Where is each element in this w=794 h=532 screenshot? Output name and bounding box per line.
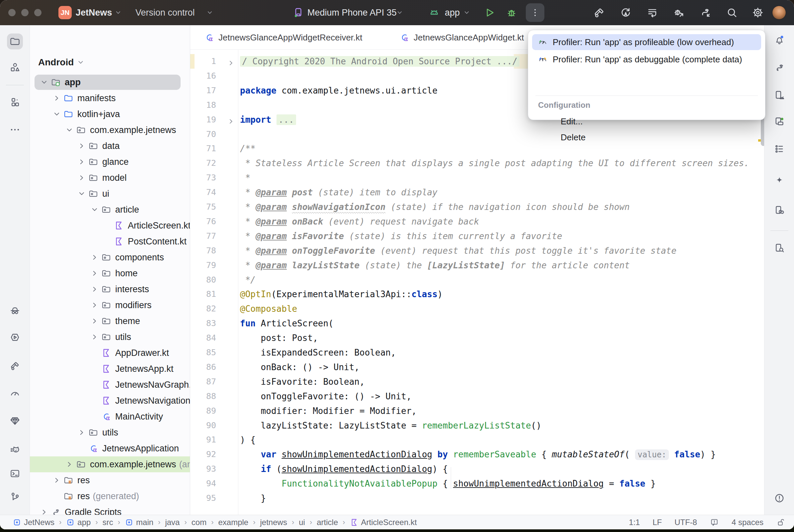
run-list-icon[interactable] xyxy=(646,6,659,19)
chevron-down-icon[interactable] xyxy=(65,126,74,135)
tree-row-mainactivity[interactable]: MainActivity xyxy=(30,408,190,424)
file-encoding[interactable]: UTF-8 xyxy=(675,518,697,527)
gradle-icon[interactable] xyxy=(772,60,787,76)
device-selector[interactable]: Medium Phone API 35 xyxy=(307,0,397,25)
tree-row-gradle-scripts[interactable]: Gradle Scripts xyxy=(30,504,190,515)
minimize-window-button[interactable] xyxy=(21,9,29,16)
chevron-right-icon[interactable] xyxy=(52,94,61,103)
breadcrumb-item-ui[interactable]: ui xyxy=(299,518,305,527)
chevron-down-icon[interactable] xyxy=(52,110,61,119)
tree-row-utils[interactable]: utils xyxy=(30,329,190,345)
tree-row-articlescreen-kt[interactable]: ArticleScreen.kt xyxy=(30,217,190,233)
tree-row-com-example-jetnews[interactable]: com.example.jetnews(androidTest) xyxy=(30,456,190,472)
editor-tab[interactable]: JetnewsGlanceAppWidget.kt xyxy=(399,25,524,50)
tree-row-jetnewsnavigationactions-kt[interactable]: JetnewsNavigationActions.kt xyxy=(30,393,190,408)
tree-row-com-example-jetnews[interactable]: com.example.jetnews xyxy=(30,122,190,138)
tree-row-ui[interactable]: ui xyxy=(30,186,190,202)
tree-row-components[interactable]: components xyxy=(30,249,190,265)
lock-open-icon[interactable] xyxy=(776,518,786,527)
fold-arrow-icon[interactable] xyxy=(227,57,235,66)
tree-row-article[interactable]: article xyxy=(30,202,190,217)
breadcrumb-item-articlescreen-kt[interactable]: ArticleScreen.kt xyxy=(350,518,417,527)
breadcrumb-item-src[interactable]: src xyxy=(103,518,113,527)
breadcrumb-item-example[interactable]: example xyxy=(218,518,248,527)
tree-row-manifests[interactable]: manifests xyxy=(30,90,190,106)
project-view-selector[interactable]: Android xyxy=(38,57,85,68)
chevron-down-icon[interactable] xyxy=(77,189,86,198)
device-link-icon[interactable] xyxy=(772,202,787,218)
tree-row-modifiers[interactable]: modifiers xyxy=(30,297,190,313)
menu-item-profiler-1[interactable]: Profiler: Run 'app' as debuggable (compl… xyxy=(532,52,761,67)
attach-debugger-icon[interactable] xyxy=(672,6,685,19)
more-tools-icon[interactable] xyxy=(7,122,23,138)
chevron-right-icon[interactable] xyxy=(65,460,74,469)
chevron-right-icon[interactable] xyxy=(77,157,86,167)
resource-manager-icon[interactable] xyxy=(7,59,23,75)
terminal-icon[interactable] xyxy=(7,466,23,481)
menu-item-profiler-0[interactable]: Profiler: Run 'app' as profileable (low … xyxy=(532,34,761,50)
more-run-options-button[interactable] xyxy=(526,3,544,22)
structure-icon[interactable] xyxy=(7,94,23,110)
editor-tab[interactable]: JetnewsGlanceAppWidgetReceiver.kt xyxy=(204,25,363,50)
tree-row-app[interactable]: app xyxy=(30,74,190,90)
chevron-right-icon[interactable] xyxy=(39,508,49,515)
tree-row-appdrawer-kt[interactable]: AppDrawer.kt xyxy=(30,345,190,361)
breadcrumb-item-com[interactable]: com xyxy=(191,518,206,527)
gradle-sync-icon[interactable] xyxy=(698,6,712,20)
chevron-right-icon[interactable] xyxy=(90,301,99,310)
menu-item-edit[interactable]: Edit... xyxy=(561,116,583,128)
inspection-warning-icon[interactable] xyxy=(710,518,719,527)
chevron-right-icon[interactable] xyxy=(77,428,86,437)
tree-row-res[interactable]: res xyxy=(30,472,190,488)
notifications-bell-icon[interactable] xyxy=(772,32,787,48)
tree-row-data[interactable]: data xyxy=(30,138,190,154)
tree-row-utils[interactable]: utils xyxy=(30,424,190,440)
zoom-window-button[interactable] xyxy=(34,9,41,16)
chevron-right-icon[interactable] xyxy=(90,332,99,342)
tree-row-postcontent-kt[interactable]: PostContent.kt xyxy=(30,233,190,249)
build-hammer-icon[interactable] xyxy=(7,358,23,374)
chevron-down-icon[interactable] xyxy=(90,205,99,214)
debug-button[interactable] xyxy=(505,6,518,19)
chevron-down-icon[interactable] xyxy=(39,78,49,87)
tree-row-home[interactable]: home xyxy=(30,265,190,281)
chevron-right-icon[interactable] xyxy=(90,285,99,294)
settings-gear-icon[interactable] xyxy=(752,6,764,19)
avatar[interactable] xyxy=(772,6,786,20)
profiler-gauge-icon[interactable] xyxy=(7,385,23,401)
running-devices-mirror-icon[interactable] xyxy=(772,113,787,129)
fold-arrow-icon[interactable] xyxy=(227,115,235,124)
chevron-right-icon[interactable] xyxy=(77,141,86,151)
git-branch-icon[interactable] xyxy=(7,489,23,505)
tree-row-theme[interactable]: theme xyxy=(30,313,190,329)
project-selector[interactable]: JetNews xyxy=(76,0,112,25)
build-hammer-icon[interactable] xyxy=(593,6,606,19)
close-window-button[interactable] xyxy=(8,9,16,16)
chevron-right-icon[interactable] xyxy=(90,269,99,278)
tree-row-model[interactable]: model xyxy=(30,170,190,186)
breadcrumb-item-java[interactable]: java xyxy=(165,518,180,527)
device-explorer-icon[interactable] xyxy=(7,303,23,319)
logcat-cat-icon[interactable] xyxy=(7,442,23,458)
problems-icon[interactable] xyxy=(772,490,787,506)
indent-setting[interactable]: 4 spaces xyxy=(732,518,763,527)
tree-row-jetnewsnavgraph-kt[interactable]: JetnewsNavGraph.kt xyxy=(30,377,190,393)
app-inspection-icon[interactable] xyxy=(772,240,787,256)
tree-row-jetnewsapplication[interactable]: JetnewsApplication xyxy=(30,440,190,456)
structure-list-icon[interactable] xyxy=(772,141,787,157)
chevron-right-icon[interactable] xyxy=(52,476,61,485)
running-devices-icon[interactable] xyxy=(7,329,23,345)
tree-row-glance[interactable]: glance xyxy=(30,154,190,170)
app-quality-insights-icon[interactable] xyxy=(7,413,23,429)
breadcrumb-item-jetnews[interactable]: jetnews xyxy=(260,518,287,527)
tree-row-jetnewsapp-kt[interactable]: JetnewsApp.kt xyxy=(30,361,190,377)
run-button[interactable] xyxy=(483,6,496,19)
line-ending[interactable]: LF xyxy=(652,518,662,527)
tree-row-interests[interactable]: interests xyxy=(30,281,190,297)
gemini-sparkle-icon[interactable] xyxy=(772,173,787,189)
device-manager-icon[interactable] xyxy=(772,87,787,103)
breadcrumb-item-article[interactable]: article xyxy=(317,518,338,527)
caret-position[interactable]: 1:1 xyxy=(629,518,640,527)
run-config-selector[interactable]: app xyxy=(445,0,460,25)
menu-item-delete[interactable]: Delete xyxy=(561,132,586,144)
